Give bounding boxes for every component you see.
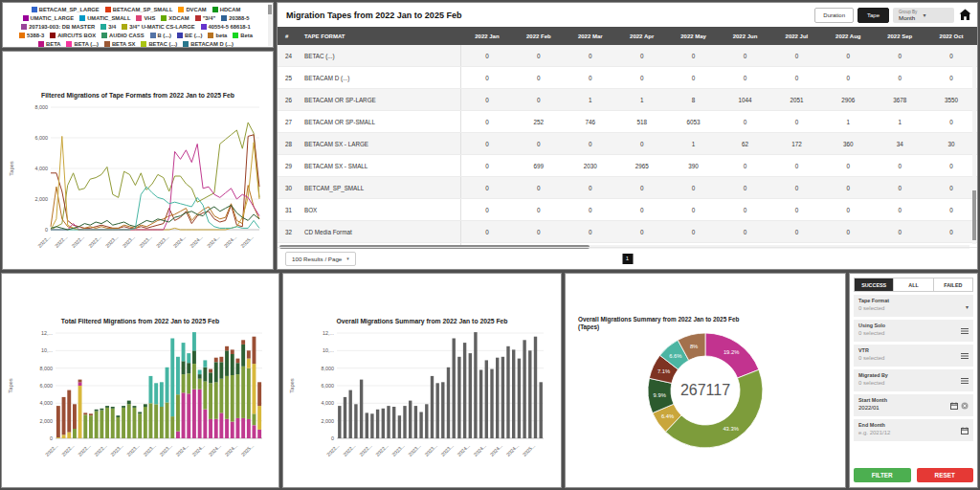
value-cell: 0 [874, 229, 925, 235]
legend-item[interactable]: VHS [136, 14, 155, 21]
pagination-page-button[interactable]: 1 [622, 254, 633, 264]
legend-item[interactable]: 3/4 [100, 23, 116, 30]
legend-item[interactable]: AIRCUTS BOX [50, 32, 96, 38]
table-row[interactable]: 25BETACAM D (...)0000000000 [278, 67, 977, 89]
legend-item[interactable]: UMATIC_LARGE [23, 14, 75, 21]
column-header[interactable]: 2022 Feb [513, 33, 565, 39]
tape-button[interactable]: Tape [858, 8, 889, 23]
legend-item[interactable]: BE (...) [177, 32, 202, 38]
filter-button[interactable]: FILTER [854, 468, 911, 482]
column-header[interactable]: 2022 Jan [461, 33, 513, 39]
line-chart: Filtered Migrations of Tape Formats from… [3, 52, 273, 269]
header-controls: Duration Tape Group By Month ▾ [814, 8, 971, 23]
value-cell: 30 [925, 141, 977, 147]
legend-item[interactable]: 3/4" U-MATIC CS-LARGE [122, 23, 194, 30]
column-header[interactable]: 2022 Sep [874, 33, 925, 39]
filter-field-icons[interactable] [950, 402, 969, 410]
column-header[interactable]: # [278, 33, 301, 39]
table-row[interactable]: 32CD Media Format0000000000 [278, 221, 977, 243]
legend-item[interactable]: XDCAM [161, 14, 189, 21]
filter-tab-failed[interactable]: FAILED [934, 278, 972, 291]
legend-scrollbar[interactable] [268, 4, 272, 46]
legend-label: DVCAM [186, 7, 206, 12]
column-header[interactable]: TAPE FORMAT [301, 33, 461, 39]
legend-swatch [100, 24, 106, 30]
column-header[interactable]: 2022 Jul [770, 33, 822, 39]
table-row[interactable]: 26BETACAM OR SP-LARGE0011810442051290636… [278, 89, 977, 111]
table-vertical-scrollbar[interactable] [972, 47, 976, 244]
legend-label: BETA [46, 41, 60, 47]
legend-item[interactable]: 5388-3 [19, 32, 44, 38]
migration-table-panel: Migration Tapes from 2022 Jan to 2025 Fe… [277, 2, 978, 270]
filter-field-icons[interactable] [961, 327, 969, 334]
legend-item[interactable]: BETA (...) [66, 40, 98, 47]
legend-item[interactable]: B (...) [150, 32, 172, 38]
value-cell: 0 [616, 75, 668, 81]
chevron-down-icon: ▾ [923, 11, 925, 18]
legend-item[interactable]: BETA [38, 40, 60, 47]
column-header[interactable]: 2022 Aug [822, 33, 874, 39]
filter-field-migrated-by[interactable]: Migrated By0 selected [854, 369, 973, 391]
tape-format-cell: BETCAM_SP_SMALL [301, 177, 461, 198]
table-row[interactable]: 30BETCAM_SP_SMALL0000000000 [278, 177, 977, 199]
table-row[interactable]: 31BOX0000000000 [278, 199, 977, 221]
filter-tab-success[interactable]: SUCCESS [855, 278, 894, 291]
filter-field-vtr[interactable]: VTR0 selected [854, 345, 973, 367]
column-header[interactable]: 2022 May [668, 33, 720, 39]
calendar-icon [950, 402, 958, 410]
legend-item[interactable]: BETACAM D (...) [183, 40, 234, 47]
duration-button[interactable]: Duration [814, 8, 854, 23]
column-header[interactable]: 2022 Oct [925, 33, 977, 39]
filter-field-icons[interactable] [961, 377, 969, 384]
tape-format-cell: BETACAM OR SP-SMALL [301, 111, 461, 132]
filter-field-using-solo[interactable]: Using Solo0 selected [854, 320, 973, 342]
svg-text:2,000: 2,000 [40, 418, 54, 424]
legend-item[interactable]: BETA SX [104, 40, 135, 47]
legend-item[interactable]: BETACAM_SP_SMALL [105, 6, 173, 12]
svg-text:2024...: 2024... [189, 234, 203, 248]
value-cell: 0 [565, 207, 616, 213]
legend-item[interactable]: 40554-5 68618-1 [201, 23, 251, 30]
filter-field-icons[interactable] [961, 427, 969, 434]
filter-field-value: 0 selected [858, 380, 969, 386]
table-row[interactable]: 24BETAC (...)0000000000 [278, 45, 977, 67]
filter-tab-all[interactable]: ALL [894, 278, 933, 291]
legend-item[interactable]: "3/4" [195, 14, 216, 21]
table-row[interactable]: 28BETACAM SX - LARGE00001621723603430 [278, 133, 977, 155]
table-row[interactable]: 27BETACAM OR SP-SMALL0252746518605300110 [278, 111, 977, 133]
column-header[interactable]: 2022 Mar [565, 33, 616, 39]
svg-text:Overall Migrations Summary fro: Overall Migrations Summary from 2022 Jan… [336, 318, 507, 325]
filter-field-icons[interactable]: ▾ [966, 302, 969, 309]
value-cell: 0 [925, 53, 977, 59]
legend-item[interactable]: HDCAM [212, 6, 241, 12]
filter-field-tape-format[interactable]: Tape Format0 selected▾ [854, 295, 973, 317]
results-per-page-select[interactable]: 100 Results / Page ▾ [285, 252, 356, 266]
legend-swatch [136, 15, 142, 21]
legend-label: HDCAM [220, 7, 241, 12]
legend-item[interactable]: beta [208, 32, 227, 38]
legend-item[interactable]: Beta [233, 32, 253, 38]
legend-item[interactable]: DVCAM [178, 6, 206, 12]
filter-field-icons[interactable] [961, 352, 969, 359]
legend-label: BETA (...) [74, 41, 98, 47]
legend-item[interactable]: UMATIC_SMALL [79, 14, 130, 21]
column-header[interactable]: 2022 Apr [616, 33, 668, 39]
legend-swatch [21, 24, 27, 30]
value-cell: 0 [461, 163, 513, 169]
legend-item[interactable]: AUDIO CASS [101, 32, 144, 38]
home-icon[interactable] [958, 9, 971, 22]
reset-button[interactable]: RESET [917, 468, 974, 482]
group-by-select[interactable]: Group By Month ▾ [893, 8, 954, 23]
value-cell: 3678 [874, 97, 925, 103]
table-row[interactable]: 29BETACAM SX - SMALL06992030296539000000 [278, 155, 977, 177]
legend-item[interactable]: BETACAM_SP_LARGE [32, 6, 100, 12]
legend-swatch [122, 24, 127, 30]
legend-label: 5388-3 [27, 33, 44, 38]
column-header[interactable]: 2022 Jun [720, 33, 771, 39]
filter-field-end-month[interactable]: End Monthe.g. 2021/12 [854, 419, 973, 441]
legend-item[interactable]: BETAC (...) [141, 40, 177, 47]
filter-field-start-month[interactable]: Start Month2022/01 [854, 394, 973, 416]
legend-item[interactable]: 207193-003: DB MASTER [21, 23, 95, 30]
legend-item[interactable]: 20388-5 [221, 14, 249, 21]
svg-text:8,000: 8,000 [322, 366, 335, 371]
